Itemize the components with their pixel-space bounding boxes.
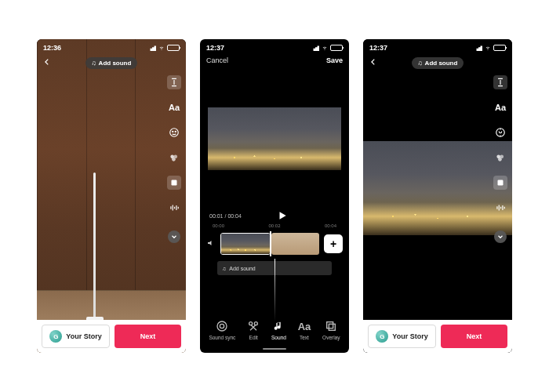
stickers-icon[interactable] — [493, 125, 507, 140]
media-preview — [37, 39, 186, 353]
status-bar: 12:37 — [200, 39, 349, 53]
edit-tool[interactable]: Edit — [247, 320, 260, 340]
svg-rect-20 — [329, 324, 336, 330]
callout-line — [274, 259, 275, 321]
status-time: 12:36 — [43, 44, 61, 52]
collapse-tools-button[interactable] — [168, 230, 180, 243]
add-sound-button[interactable]: ♫ Add sound — [412, 57, 464, 69]
privacy-icon[interactable] — [493, 176, 507, 190]
add-sound-button[interactable]: ♫ Add sound — [85, 57, 138, 69]
story-avatar: G — [49, 330, 62, 343]
svg-point-1 — [173, 131, 173, 132]
text-tool[interactable]: Aa Text — [298, 321, 311, 340]
add-sound-label: Add sound — [425, 60, 458, 67]
music-note-icon: ♫ — [418, 60, 423, 67]
back-button[interactable] — [369, 56, 377, 69]
side-toolbar: Aa — [493, 75, 507, 243]
svg-point-2 — [175, 131, 176, 132]
audio-edit-icon[interactable] — [493, 201, 507, 215]
add-sound-strip-label: Add sound — [229, 266, 255, 271]
svg-rect-25 — [498, 180, 504, 186]
story-avatar: G — [376, 330, 388, 343]
preview-screen-city: 12:37 ♫ Add sound Aa G Your Story Next — [363, 39, 512, 353]
text-tool-icon[interactable]: Aa — [493, 100, 507, 114]
add-sound-label: Add sound — [99, 60, 132, 67]
wifi-icon — [484, 45, 492, 51]
your-story-label: Your Story — [66, 332, 101, 340]
wifi-icon — [321, 45, 329, 51]
your-story-button[interactable]: G Your Story — [42, 325, 110, 348]
sound-tool[interactable]: Sound — [271, 320, 286, 340]
home-indicator — [263, 348, 286, 350]
playback-row: 00:01 / 00:04 — [200, 205, 349, 223]
media-preview — [363, 39, 512, 353]
next-label: Next — [467, 332, 482, 340]
svg-rect-6 — [172, 180, 177, 186]
battery-icon — [493, 45, 506, 51]
bottom-action-bar: G Your Story Next — [37, 320, 186, 353]
flip-icon[interactable] — [493, 75, 507, 89]
status-indicators — [311, 45, 343, 51]
status-time: 12:37 — [206, 44, 224, 52]
effects-icon[interactable] — [167, 151, 181, 165]
play-controls — [277, 210, 288, 222]
status-time: 12:37 — [369, 44, 387, 52]
video-preview[interactable] — [208, 72, 341, 205]
svg-point-16 — [255, 322, 258, 325]
svg-point-24 — [498, 158, 502, 162]
svg-point-15 — [249, 322, 253, 325]
svg-line-17 — [252, 325, 257, 331]
svg-line-18 — [250, 325, 256, 331]
effects-icon[interactable] — [493, 151, 507, 165]
next-button[interactable]: Next — [115, 325, 181, 348]
signal-icon — [148, 45, 156, 51]
side-toolbar: Aa — [167, 75, 181, 243]
clip-1[interactable] — [220, 233, 271, 255]
bottom-action-bar: G Your Story Next — [363, 320, 512, 353]
playback-time: 00:01 / 00:04 — [209, 213, 242, 219]
flip-icon[interactable] — [167, 75, 181, 89]
svg-rect-19 — [327, 322, 333, 328]
back-button[interactable] — [43, 56, 51, 69]
city-frame — [363, 141, 512, 235]
add-clip-button[interactable]: + — [324, 234, 343, 253]
city-frame — [208, 107, 341, 170]
signal-icon — [311, 45, 319, 51]
timeline-ticks: 00:00 00:02 00:04 — [200, 223, 349, 228]
play-button[interactable] — [277, 210, 288, 222]
svg-point-13 — [217, 321, 227, 331]
svg-point-0 — [170, 129, 179, 137]
stickers-icon[interactable] — [167, 125, 181, 140]
clip-strip[interactable] — [220, 233, 319, 255]
next-label: Next — [140, 332, 156, 340]
wifi-icon — [158, 45, 165, 51]
svg-marker-12 — [280, 212, 286, 219]
save-button[interactable]: Save — [326, 56, 343, 64]
music-note-icon: ♫ — [222, 266, 226, 271]
cancel-button[interactable]: Cancel — [206, 56, 228, 64]
sound-sync-tool[interactable]: Sound sync — [209, 320, 235, 340]
top-bar: ♫ Add sound — [363, 53, 512, 72]
top-bar: Cancel Save — [200, 53, 349, 67]
playhead[interactable] — [270, 231, 271, 256]
status-bar: 12:37 — [363, 39, 512, 53]
privacy-icon[interactable] — [167, 176, 181, 190]
battery-icon — [330, 45, 343, 51]
next-button[interactable]: Next — [441, 325, 507, 348]
battery-icon — [167, 45, 180, 51]
standing-object — [93, 172, 96, 321]
overlay-tool[interactable]: Overlay — [322, 320, 340, 340]
clip-2[interactable] — [271, 233, 320, 255]
signal-icon — [474, 45, 482, 51]
audio-edit-icon[interactable] — [167, 201, 181, 215]
text-tool-icon[interactable]: Aa — [167, 100, 181, 114]
status-indicators — [474, 45, 506, 51]
collapse-tools-button[interactable] — [494, 230, 507, 243]
your-story-button[interactable]: G Your Story — [368, 325, 436, 348]
top-bar: ♫ Add sound — [37, 53, 186, 72]
volume-icon[interactable] — [206, 238, 216, 249]
svg-point-14 — [220, 324, 224, 328]
status-bar: 12:36 — [37, 39, 186, 53]
status-indicators — [148, 45, 180, 51]
timeline[interactable]: + — [200, 230, 349, 258]
